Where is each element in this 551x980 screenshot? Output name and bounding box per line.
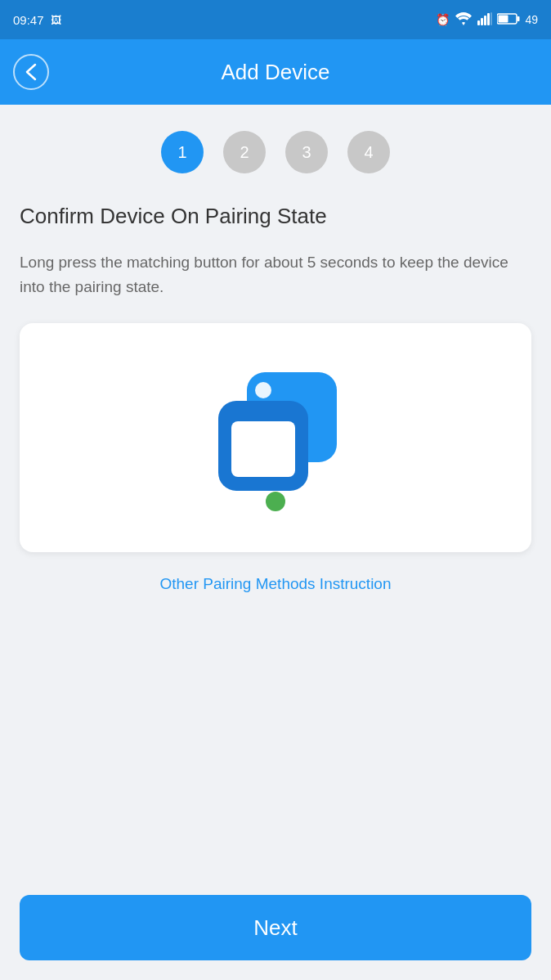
svg-rect-11	[231, 421, 295, 477]
alarm-icon: ⏰	[436, 13, 450, 26]
next-button[interactable]: Next	[20, 895, 531, 960]
step-indicators: 1 2 3 4	[161, 131, 390, 173]
step-2: 2	[223, 131, 266, 173]
description-text: Long press the matching button for about…	[20, 250, 531, 300]
svg-point-12	[266, 492, 285, 511]
step-4: 4	[347, 131, 390, 173]
device-illustration	[194, 356, 357, 519]
other-pairing-link[interactable]: Other Pairing Methods Instruction	[159, 575, 391, 593]
time-display: 09:47	[13, 13, 44, 27]
svg-rect-1	[481, 18, 483, 25]
battery-icon	[497, 13, 520, 27]
svg-rect-3	[487, 13, 490, 25]
main-content: 1 2 3 4 Confirm Device On Pairing State …	[0, 105, 551, 980]
step-3: 3	[285, 131, 328, 173]
signal-icon	[477, 12, 492, 28]
svg-rect-6	[499, 15, 508, 22]
status-left: 09:47 🖼	[13, 13, 61, 27]
wifi-icon	[455, 12, 473, 28]
app-bar-title: Add Device	[222, 60, 330, 85]
image-icon: 🖼	[51, 14, 61, 26]
app-bar: Add Device	[0, 39, 551, 105]
status-bar: 09:47 🖼 ⏰	[0, 0, 551, 39]
svg-rect-4	[491, 12, 492, 25]
svg-rect-2	[484, 16, 486, 25]
back-button[interactable]	[13, 54, 49, 90]
battery-level: 49	[525, 13, 538, 26]
svg-rect-0	[477, 20, 480, 25]
svg-point-9	[255, 382, 271, 398]
step-1: 1	[161, 131, 204, 173]
status-right: ⏰ 49	[436, 12, 538, 28]
device-card	[20, 323, 531, 552]
section-title: Confirm Device On Pairing State	[20, 203, 531, 231]
svg-rect-7	[517, 16, 520, 21]
